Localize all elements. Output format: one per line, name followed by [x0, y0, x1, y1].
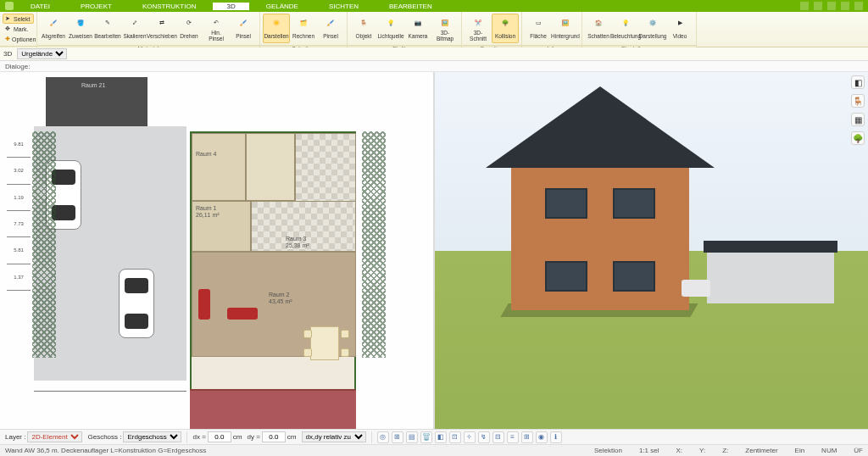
- bearbeiten-icon: ✎: [101, 15, 114, 29]
- bottom-tool-5[interactable]: ⊡: [449, 431, 461, 443]
- window-help-icon[interactable]: [800, 2, 809, 10]
- chair-icon: [341, 330, 349, 338]
- menu-3d[interactable]: 3D: [213, 3, 248, 10]
- room-21-label: Raum 21: [81, 82, 105, 88]
- window-min-icon[interactable]: [827, 2, 836, 10]
- window-close-icon[interactable]: [854, 2, 863, 10]
- view-plants-icon[interactable]: 🌳: [851, 131, 865, 145]
- bottom-tool-0[interactable]: ◎: [377, 431, 389, 443]
- bottom-tool-9[interactable]: ≡: [507, 431, 519, 443]
- ribbon-darstellung[interactable]: ⚙️Darstellung: [639, 14, 666, 43]
- hin-pinsel-icon: ↶: [209, 15, 223, 29]
- bottom-tool-1[interactable]: ⊞: [392, 431, 403, 443]
- menu-bearbeiten[interactable]: BEARBEITEN: [376, 3, 446, 10]
- layer-label: Layer :: [5, 433, 25, 441]
- view-layers-icon[interactable]: ◧: [851, 75, 865, 89]
- ribbon-schatten[interactable]: 🏠Schatten: [585, 14, 612, 43]
- ribbon-zuweisen[interactable]: 🪣Zuweisen: [67, 14, 94, 43]
- bottom-toolbar: Layer : 2D-Element Geschoss : Erdgeschos…: [0, 429, 868, 444]
- beleuchtung-icon: 💡: [619, 15, 632, 29]
- ribbon-drehen[interactable]: ⟳Drehen: [175, 14, 203, 43]
- window-icon: [545, 261, 587, 292]
- view-side-toolbar: ◧ 🪑 ▦ 🌳: [849, 75, 866, 145]
- ribbon-fl-che[interactable]: ▭Fläche: [525, 14, 552, 43]
- pinsel-icon: 🖌️: [236, 15, 250, 29]
- ribbon-hintergrund[interactable]: 🖼️Hintergrund: [552, 14, 579, 43]
- mark-icon: ✥: [5, 25, 12, 32]
- ribbon-hin-pinsel[interactable]: ↶Hin. Pinsel: [203, 14, 230, 43]
- bottom-tool-8[interactable]: ⊟: [492, 431, 504, 443]
- ribbon-skalieren[interactable]: ⤢Skalieren: [121, 14, 148, 43]
- sofa-icon: [227, 308, 258, 320]
- ribbon-select[interactable]: ➤Selekt: [3, 14, 34, 24]
- view-subbar: 3D Urgelände: [0, 47, 868, 61]
- house-3d: [511, 166, 689, 310]
- window-tool-icon[interactable]: [814, 2, 822, 10]
- ribbon-objekt[interactable]: 🪑Objekt: [350, 14, 377, 43]
- dx-input[interactable]: [208, 431, 231, 442]
- window-icon: [545, 188, 587, 219]
- status-hint: Wand AW 36,5 m. Deckenauflager L=Konstru…: [5, 447, 206, 454]
- pinsel-icon: 🖌️: [324, 15, 337, 29]
- ribbon-video[interactable]: ▶Video: [666, 14, 693, 43]
- window-max-icon[interactable]: [841, 2, 849, 10]
- ribbon-lichtquelle[interactable]: 💡Lichtquelle: [377, 14, 404, 43]
- menu-konstruktion[interactable]: KONSTRUKTION: [129, 3, 210, 10]
- bottom-tool-2[interactable]: ▤: [406, 431, 418, 443]
- table-icon: [310, 326, 339, 360]
- status-z: Z:: [722, 447, 728, 454]
- window-icon: [613, 261, 655, 292]
- terrace: [190, 389, 356, 429]
- menu-projekt[interactable]: PROJEKT: [67, 3, 125, 10]
- menu-bar: DATEI PROJEKT KONSTRUKTION 3D GELÄNDE SI…: [0, 0, 868, 12]
- menu-sichten[interactable]: SICHTEN: [315, 3, 372, 10]
- ribbon-verschieben[interactable]: ⇄Verschieben: [148, 14, 175, 43]
- dim-rulers-left: 9.813.021.19 7.735.811.37: [7, 131, 31, 353]
- ribbon-beleuchtung[interactable]: 💡Beleuchtung: [612, 14, 639, 43]
- bottom-tool-4[interactable]: ◧: [435, 431, 447, 443]
- 3d-view[interactable]: ◧ 🪑 ▦ 🌳: [435, 72, 868, 429]
- ribbon-kollision[interactable]: 🌳Kollision: [492, 14, 519, 43]
- coord-mode-select[interactable]: dx,dy relativ zu: [302, 431, 366, 442]
- floorplan-view[interactable]: 9.813.021.19 7.735.811.37 Raum 21 Raum 4…: [0, 72, 435, 429]
- ribbon-pinsel[interactable]: 🖌️Pinsel: [230, 14, 257, 43]
- ribbon-kamera[interactable]: 📷Kamera: [404, 14, 431, 43]
- cursor-icon: ➤: [5, 15, 12, 22]
- workspace: 9.813.021.19 7.735.811.37 Raum 21 Raum 4…: [0, 72, 868, 429]
- bottom-tool-12[interactable]: ℹ: [550, 431, 562, 443]
- ribbon-pinsel[interactable]: 🖌️Pinsel: [317, 14, 344, 43]
- menu-gelaende[interactable]: GELÄNDE: [253, 3, 312, 10]
- ribbon-mark[interactable]: ✥Mark.: [3, 24, 34, 34]
- view-materials-icon[interactable]: ▦: [851, 113, 865, 126]
- bottom-tool-7[interactable]: ↯: [478, 431, 490, 443]
- hedge-icon: [32, 131, 56, 358]
- ribbon-abgreifen[interactable]: 🖌️Abgreifen: [40, 14, 67, 43]
- ribbon-darstellen[interactable]: ☀️Darstellen: [263, 14, 290, 43]
- darstellung-icon: ⚙️: [646, 15, 659, 29]
- terrain-select[interactable]: Urgelände: [17, 48, 67, 59]
- room-1: Raum 126,11 m²: [192, 201, 251, 252]
- ribbon-bearbeiten[interactable]: ✎Bearbeiten: [94, 14, 121, 43]
- floor-label: Geschoss :: [87, 433, 121, 441]
- view-furniture-icon[interactable]: 🪑: [851, 94, 865, 108]
- verschieben-icon: ⇄: [155, 15, 169, 29]
- ribbon--d-bitmap[interactable]: 🖼️3D-Bitmap: [431, 14, 459, 43]
- bottom-tool-3[interactable]: 🗑️: [420, 431, 432, 443]
- ribbon-options[interactable]: ✚Optionen: [3, 34, 34, 44]
- bottom-tool-11[interactable]: ◉: [536, 431, 548, 443]
- car-symbol: [119, 269, 154, 338]
- bottom-tool-6[interactable]: ✧: [464, 431, 476, 443]
- lichtquelle-icon: 💡: [384, 15, 398, 29]
- dy-input[interactable]: [262, 431, 286, 442]
- hintergrund-icon: 🖼️: [559, 15, 572, 29]
- ribbon-rechnen[interactable]: 🗂️Rechnen: [290, 14, 317, 43]
- drehen-icon: ⟳: [182, 15, 196, 29]
- layer-select[interactable]: 2D-Element: [27, 431, 82, 442]
- floor-select[interactable]: Erdgeschoss: [123, 431, 181, 442]
- bottom-tool-10[interactable]: ⊞: [521, 431, 533, 443]
- dim-ruler: [34, 391, 186, 398]
- status-y: Y:: [699, 447, 705, 454]
- ribbon--d-schnitt[interactable]: ✂️3D-Schnitt: [465, 14, 492, 43]
- menu-datei[interactable]: DATEI: [17, 3, 64, 10]
- room-3: Raum 325,38 m²: [251, 201, 356, 252]
